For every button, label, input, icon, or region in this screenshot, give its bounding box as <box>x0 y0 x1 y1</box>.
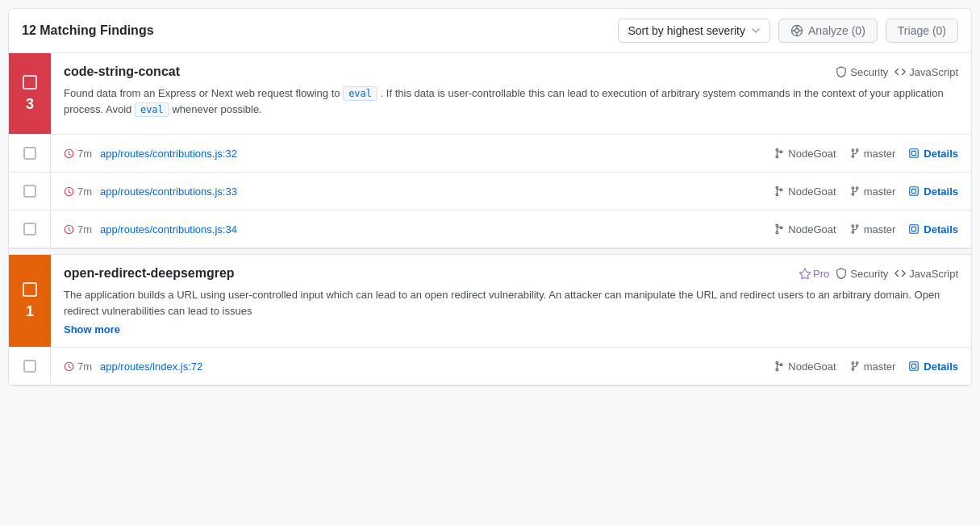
details-link-1-3[interactable]: Details <box>908 223 958 235</box>
result-checkbox-1-2[interactable] <box>23 185 36 198</box>
branch-name-2-1: master <box>864 360 896 373</box>
tag-pro-2: Pro <box>799 268 829 280</box>
svg-rect-44 <box>910 362 919 371</box>
result-right-2-1: NodeGoat master <box>774 360 958 373</box>
finding-content-2: open-redirect-deepsemgrep Pro <box>51 255 971 347</box>
details-label-1-2: Details <box>924 185 958 198</box>
finding-group-2: 1 open-redirect-deepsemgrep Pro <box>9 255 971 385</box>
analyze-icon <box>790 24 803 37</box>
result-time-1-2: 7m <box>64 185 92 198</box>
result-branch-2-1: master <box>849 360 896 373</box>
svg-rect-15 <box>912 151 916 155</box>
group-divider <box>9 248 971 255</box>
result-branch-1-1: master <box>849 148 896 160</box>
result-file-1-3[interactable]: app/routes/contributions.js:34 <box>100 223 237 235</box>
severity-number-1: 3 <box>26 96 34 113</box>
svg-rect-45 <box>912 364 916 368</box>
tag-language-2: JavaScript <box>895 268 958 280</box>
details-link-2-1[interactable]: Details <box>908 360 958 373</box>
repo-icon-2-1 <box>774 360 785 372</box>
pro-label-2: Pro <box>813 268 829 280</box>
finding-header-1: 3 code-string-concat Security <box>9 53 971 134</box>
finding-tags-2: Pro Security <box>799 268 958 280</box>
details-icon-1-3 <box>908 223 920 235</box>
sort-select[interactable]: Sort by highest severity <box>618 19 771 43</box>
result-file-2-1[interactable]: app/routes/index.js:72 <box>100 360 202 373</box>
code-inline-eval-2: eval <box>135 102 169 117</box>
security-tag-label-2: Security <box>850 268 888 280</box>
svg-rect-25 <box>912 189 916 193</box>
svg-point-42 <box>856 362 858 365</box>
clock-icon-1-1 <box>64 148 74 159</box>
code-icon-2 <box>895 268 906 279</box>
tag-security-1: Security <box>836 66 888 78</box>
result-time-1-3: 7m <box>64 223 92 235</box>
svg-point-7 <box>776 156 778 158</box>
svg-point-40 <box>852 362 854 365</box>
result-repo-1-2: NodeGoat <box>774 185 836 198</box>
sort-label: Sort by highest severity <box>628 24 746 37</box>
language-tag-label-1: JavaScript <box>909 66 958 78</box>
svg-rect-35 <box>912 227 916 231</box>
result-right-1-2: NodeGoat master <box>774 185 958 198</box>
result-checkbox-1-3[interactable] <box>23 223 36 235</box>
show-more-button-2[interactable]: Show more <box>64 323 120 335</box>
result-left-1-3: 7m app/routes/contributions.js:34 <box>64 223 237 235</box>
svg-rect-14 <box>910 149 919 158</box>
result-content-2-1: 7m app/routes/index.js:72 NodeGoat <box>51 352 971 381</box>
details-label-2-1: Details <box>924 360 958 373</box>
result-checkbox-col-1-2 <box>9 173 51 210</box>
repo-icon-1-3 <box>774 223 785 235</box>
findings-header: 12 Matching Findings Sort by highest sev… <box>9 9 971 53</box>
security-tag-label-1: Security <box>850 66 888 78</box>
triage-button[interactable]: Triage (0) <box>886 19 958 43</box>
clock-icon-1-2 <box>64 186 74 197</box>
finding-checkbox-1[interactable] <box>23 75 37 90</box>
tag-language-1: JavaScript <box>895 66 958 78</box>
shield-icon-1 <box>836 66 847 77</box>
svg-point-41 <box>852 369 854 371</box>
result-left-2-1: 7m app/routes/index.js:72 <box>64 360 202 373</box>
result-checkbox-2-1[interactable] <box>23 360 36 373</box>
finding-tags-1: Security JavaScript <box>836 66 958 78</box>
result-row-2-1: 7m app/routes/index.js:72 NodeGoat <box>9 347 971 385</box>
chevron-down-icon <box>752 28 760 33</box>
details-link-1-2[interactable]: Details <box>908 185 958 198</box>
svg-point-6 <box>776 148 778 151</box>
language-tag-label-2: JavaScript <box>909 268 958 280</box>
time-label-2-1: 7m <box>77 360 92 373</box>
details-icon-1-1 <box>908 148 920 159</box>
result-branch-1-3: master <box>849 223 896 235</box>
result-checkbox-1-1[interactable] <box>23 147 36 160</box>
result-content-1-2: 7m app/routes/contributions.js:33 Nod <box>51 177 971 206</box>
svg-point-27 <box>776 231 778 234</box>
branch-icon-1-1 <box>849 148 861 159</box>
repo-name-1-3: NodeGoat <box>788 223 836 235</box>
repo-name-2-1: NodeGoat <box>788 360 836 373</box>
svg-point-1 <box>795 29 799 33</box>
finding-name-1: code-string-concat <box>64 65 180 79</box>
time-label-1-2: 7m <box>77 185 92 198</box>
svg-point-22 <box>856 187 858 190</box>
analyze-button[interactable]: Analyze (0) <box>778 19 878 43</box>
finding-content-1: code-string-concat Security <box>51 53 971 134</box>
result-file-1-1[interactable]: app/routes/contributions.js:32 <box>100 148 237 160</box>
repo-icon-1-1 <box>774 148 785 159</box>
result-file-1-2[interactable]: app/routes/contributions.js:33 <box>100 185 237 198</box>
time-label-1-3: 7m <box>77 223 92 235</box>
repo-name-1-2: NodeGoat <box>788 185 836 198</box>
details-icon-1-2 <box>908 185 920 197</box>
svg-point-30 <box>852 225 854 227</box>
finding-title-row-2: open-redirect-deepsemgrep Pro <box>64 266 958 281</box>
finding-checkbox-2[interactable] <box>23 282 37 297</box>
repo-icon-1-2 <box>774 185 785 197</box>
svg-point-16 <box>776 186 778 189</box>
svg-rect-24 <box>910 187 919 196</box>
details-link-1-1[interactable]: Details <box>908 148 958 160</box>
finding-title-row-1: code-string-concat Security <box>64 65 958 79</box>
svg-point-12 <box>856 149 858 152</box>
svg-point-17 <box>776 194 778 196</box>
finding-desc-1: Found data from an Express or Next web r… <box>64 85 958 117</box>
branch-name-1-2: master <box>864 185 896 198</box>
svg-point-37 <box>776 369 778 371</box>
